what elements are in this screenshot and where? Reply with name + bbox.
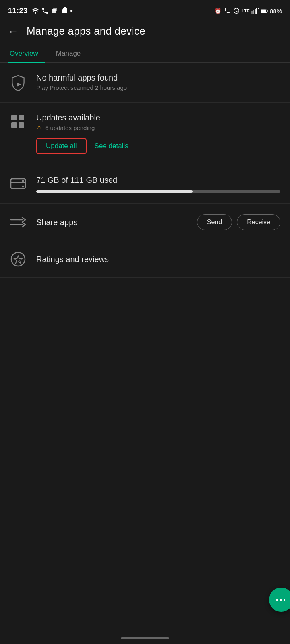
storage-icon bbox=[10, 177, 27, 190]
storage-section: 71 GB of 111 GB used bbox=[0, 165, 290, 204]
svg-point-0 bbox=[35, 12, 36, 14]
updates-title: Updates available bbox=[36, 113, 280, 122]
svg-rect-2 bbox=[53, 8, 57, 11]
send-button[interactable]: Send bbox=[197, 214, 232, 230]
shield-icon bbox=[10, 75, 27, 92]
ratings-label: Ratings and reviews bbox=[36, 255, 109, 264]
updates-buttons-row: Update all See details bbox=[36, 138, 280, 154]
status-icons-left: • bbox=[32, 7, 73, 15]
content-area: No harmful apps found Play Protect scann… bbox=[0, 63, 290, 278]
play-protect-subtitle: Play Protect scanned 2 hours ago bbox=[36, 84, 280, 91]
storage-title: 71 GB of 111 GB used bbox=[36, 175, 280, 185]
status-time: 11:23 bbox=[8, 7, 28, 15]
warning-icon: ⚠ bbox=[36, 124, 42, 132]
wifi-icon bbox=[32, 7, 39, 14]
status-left: 11:23 bbox=[8, 7, 73, 15]
share-apps-label: Share apps bbox=[36, 218, 187, 227]
page-title: Manage apps and device bbox=[27, 25, 145, 37]
toolbar: ← Manage apps and device bbox=[0, 21, 290, 45]
tab-manage[interactable]: Manage bbox=[54, 45, 87, 62]
storage-progress-bg bbox=[36, 190, 280, 193]
svg-rect-10 bbox=[261, 10, 266, 12]
notification-icon bbox=[61, 7, 68, 14]
svg-point-14 bbox=[22, 180, 24, 182]
svg-rect-3 bbox=[251, 11, 253, 14]
updates-section: Updates available ⚠ 6 updates pending Up… bbox=[0, 103, 290, 165]
share-icon bbox=[10, 217, 27, 228]
svg-rect-5 bbox=[255, 9, 256, 14]
fab-icon: ··· bbox=[276, 594, 287, 605]
storage-content: 71 GB of 111 GB used bbox=[36, 175, 280, 193]
update-all-button[interactable]: Update all bbox=[36, 138, 87, 154]
alarm-icon: ⏰ bbox=[214, 7, 222, 14]
teams-icon bbox=[51, 7, 58, 14]
svg-point-15 bbox=[22, 186, 24, 188]
share-apps-buttons: Send Receive bbox=[197, 214, 280, 230]
updates-warning-row: ⚠ 6 updates pending bbox=[36, 124, 280, 132]
play-protect-section: No harmful apps found Play Protect scann… bbox=[0, 63, 290, 103]
signal-icon bbox=[251, 7, 259, 14]
battery-icon bbox=[261, 7, 268, 14]
fab-button[interactable]: ··· bbox=[269, 588, 290, 612]
tab-overview[interactable]: Overview bbox=[8, 45, 45, 62]
updates-icon bbox=[10, 115, 27, 128]
voicecall-icon bbox=[224, 7, 231, 14]
tab-bar: Overview Manage bbox=[0, 45, 290, 63]
receive-button[interactable]: Receive bbox=[237, 214, 280, 230]
bottom-nav-indicator bbox=[121, 637, 169, 639]
play-protect-title: No harmful apps found bbox=[36, 73, 280, 83]
updates-content: Updates available ⚠ 6 updates pending Up… bbox=[36, 113, 280, 154]
star-icon bbox=[10, 252, 27, 267]
dot-indicator: • bbox=[70, 7, 73, 15]
svg-line-7 bbox=[258, 8, 259, 9]
svg-rect-4 bbox=[253, 10, 254, 14]
battery-percentage: 88% bbox=[270, 8, 282, 14]
share-apps-section: Share apps Send Receive bbox=[0, 204, 290, 241]
svg-rect-9 bbox=[267, 10, 268, 12]
svg-rect-6 bbox=[256, 8, 257, 14]
ratings-reviews-section[interactable]: Ratings and reviews bbox=[0, 241, 290, 278]
lte-icon: LTE bbox=[242, 7, 249, 14]
call-icon bbox=[41, 7, 49, 14]
updates-pending-text: 6 updates pending bbox=[45, 124, 95, 131]
svg-point-16 bbox=[11, 252, 25, 266]
play-protect-content: No harmful apps found Play Protect scann… bbox=[36, 73, 280, 91]
vpn-icon bbox=[233, 7, 240, 14]
see-details-button[interactable]: See details bbox=[93, 138, 130, 154]
status-right: ⏰ LTE bbox=[214, 7, 282, 14]
storage-progress-fill bbox=[36, 190, 193, 193]
back-button[interactable]: ← bbox=[8, 26, 19, 37]
svg-marker-11 bbox=[17, 82, 21, 87]
status-bar: 11:23 bbox=[0, 0, 290, 21]
